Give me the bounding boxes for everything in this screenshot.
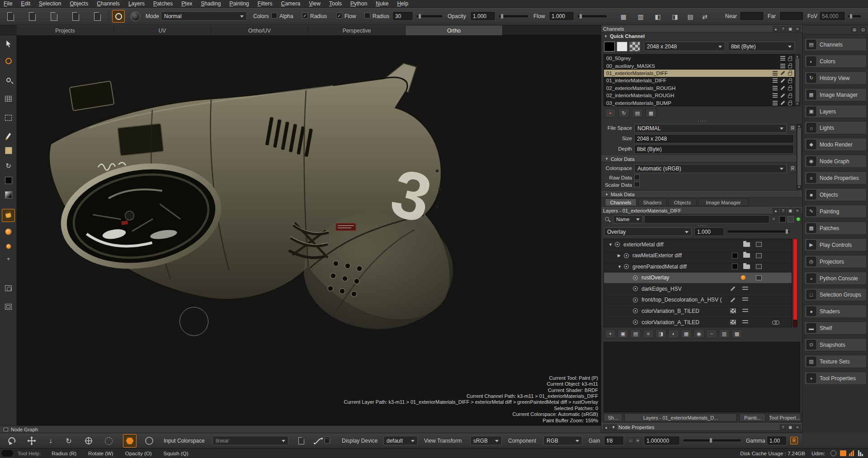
panel-tab-image-manager[interactable]: Image Manager	[698, 198, 749, 206]
tab-ortho-uv[interactable]: Ortho/UV	[211, 25, 308, 35]
scroll-up-icon[interactable]: ▲	[796, 55, 799, 58]
sidebar-item-objects[interactable]: ■Objects	[804, 188, 867, 201]
blend-amount-field[interactable]: 1.000	[694, 227, 724, 236]
menu-filters[interactable]: Filters	[258, 0, 273, 7]
sidebar-item-selection-groups[interactable]: □Selection Groups	[804, 288, 867, 301]
shadow-toggle-icon[interactable]	[144, 436, 155, 446]
detach-icon[interactable]: ▣	[787, 26, 793, 32]
close-icon[interactable]: ×	[794, 26, 801, 32]
near-field[interactable]	[740, 11, 764, 21]
add-graph-layer-icon[interactable]: ◉	[693, 329, 704, 338]
add-adjustment-icon[interactable]: ◐	[668, 329, 679, 338]
gain-field[interactable]: f/8	[604, 436, 624, 445]
thumbnail-view-icon[interactable]: ▩	[731, 329, 742, 338]
panel-splitter[interactable]	[601, 224, 802, 227]
gradient-swatch[interactable]	[3, 189, 14, 200]
close-icon[interactable]: ×	[794, 425, 801, 430]
sidebar-item-image-manager[interactable]: ▦Image Manager	[804, 88, 867, 101]
visibility-eye-icon[interactable]	[633, 286, 638, 291]
visibility-eye-icon[interactable]	[624, 264, 629, 269]
sidebar-item-channels[interactable]: ▤Channels	[804, 38, 867, 51]
menu-ptex[interactable]: Ptex	[181, 0, 192, 7]
mirror-v-icon[interactable]: ◨	[669, 11, 681, 22]
sidebar-item-lights[interactable]: ☼Lights	[804, 121, 867, 134]
colorspace-dropdown[interactable]: Automatic (sRGB)	[634, 164, 787, 173]
gain-multiplier-field[interactable]: 1.000000	[644, 436, 680, 445]
layer-row[interactable]: colorVariation_A_TILED	[604, 317, 792, 328]
fov-field[interactable]: 54.000	[819, 11, 845, 21]
colorspace-reset-button[interactable]: R	[789, 165, 797, 172]
help-icon[interactable]: ?	[780, 425, 786, 430]
sidebar-item-snapshots[interactable]: ⊙Snapshots	[804, 338, 867, 351]
gain-minus-button[interactable]: -	[627, 437, 634, 444]
bottom-tab-layers[interactable]: Layers - 01_exteriorMaterials_D...	[624, 413, 737, 422]
visibility-eye-icon[interactable]	[633, 308, 638, 313]
display-reset-button[interactable]: R	[790, 437, 798, 444]
opacity-slider[interactable]	[499, 15, 528, 17]
lock-icon[interactable]	[788, 58, 792, 61]
sidebar-item-texture-sets[interactable]: ▨Texture Sets	[804, 355, 867, 368]
sidebar-item-modo-render[interactable]: ◆Modo Render	[804, 138, 867, 151]
layer-row[interactable]: darkEdges_HSV	[604, 283, 792, 295]
lock-icon[interactable]	[788, 80, 792, 83]
screen-projection-icon[interactable]: ▥	[635, 11, 646, 22]
radius-pressure-checkbox[interactable]	[302, 13, 308, 19]
help-icon[interactable]: ?	[780, 26, 786, 32]
sidebar-item-shaders[interactable]: ●Shaders	[804, 305, 867, 318]
gizmo-icon[interactable]	[83, 436, 94, 446]
move-view-icon[interactable]	[26, 436, 37, 446]
channel-row-selected[interactable]: 01_exteriorMaterials_DIFF	[604, 70, 800, 77]
menu-selection[interactable]: Selection	[39, 0, 61, 7]
new-project-icon[interactable]	[5, 11, 16, 22]
visibility-eye-icon[interactable]	[624, 253, 629, 258]
channel-row[interactable]: 02_interiorMaterials_ROUGH	[604, 92, 800, 99]
undo-view-icon[interactable]	[6, 436, 17, 446]
open-project-icon[interactable]	[26, 11, 38, 22]
lock-icon[interactable]	[788, 65, 792, 68]
grid-layout-icon[interactable]: ⊞	[851, 27, 858, 33]
menu-objects[interactable]: Objects	[70, 0, 88, 7]
tree-open-icon[interactable]: ▼	[618, 264, 624, 269]
frame-icon[interactable]	[3, 301, 14, 312]
visibility-eye-icon[interactable]	[633, 320, 638, 325]
panel-tab-channels[interactable]: Channels	[605, 198, 637, 206]
menu-channels[interactable]: Channels	[97, 0, 120, 7]
layer-filter-input[interactable]	[644, 215, 769, 223]
layer-row[interactable]: front/top_Descoloration_A_HSV (	[604, 295, 792, 306]
mirror-h-icon[interactable]: ◧	[652, 11, 664, 22]
add-group-icon[interactable]: ▣	[618, 329, 628, 338]
view-transform-dropdown[interactable]: sRGB	[470, 436, 502, 445]
visibility-eye-icon[interactable]	[633, 275, 638, 280]
layer-row[interactable]: ▼ greenPaintedMetal diff	[604, 261, 792, 273]
component-dropdown[interactable]: RGB	[543, 436, 582, 445]
visibility-eye-icon[interactable]	[633, 297, 638, 302]
tab-perspective[interactable]: Perspective	[308, 25, 406, 35]
paint-buffer-icon[interactable]	[840, 450, 846, 456]
paint-through-tool-icon[interactable]: ↻	[3, 160, 14, 171]
paint-mode-dropdown[interactable]: Normal	[161, 11, 247, 21]
sidebar-item-tool-properties[interactable]: +Tool Properties	[804, 372, 867, 385]
sidebar-item-shelf[interactable]: ▬Shelf	[804, 321, 867, 335]
file-space-reset-button[interactable]: R	[789, 124, 797, 132]
scalar-data-checkbox[interactable]	[634, 182, 640, 187]
sync-channel-icon[interactable]: ↻	[618, 109, 629, 118]
mask-swatch[interactable]	[732, 264, 738, 269]
lock-icon[interactable]	[788, 87, 792, 90]
scroll-up-icon[interactable]: ▲	[798, 125, 801, 127]
lighting-mode-icon[interactable]	[123, 434, 137, 448]
mask-data-section-header[interactable]: ▼ Mask Data	[601, 191, 802, 198]
transform-tool-icon[interactable]	[3, 55, 14, 66]
radius-link-checkbox[interactable]	[364, 13, 370, 19]
add-channel-icon[interactable]: +	[605, 109, 616, 118]
sidebar-item-patches[interactable]: ▩Patches	[804, 222, 867, 235]
gain-plus-button[interactable]: +	[635, 437, 641, 444]
menu-painting[interactable]: Painting	[229, 0, 249, 7]
panel-tab-objects[interactable]: Objects	[668, 198, 697, 206]
expand-icon[interactable]: ▼	[610, 425, 617, 430]
sidebar-item-history-view[interactable]: ↻History View	[804, 71, 867, 85]
add-mask-icon[interactable]: ◨	[656, 329, 666, 338]
menu-nuke[interactable]: Nuke	[376, 0, 388, 7]
sidebar-item-node-properties[interactable]: ≡Node Properties	[804, 171, 867, 184]
fov-slider[interactable]	[848, 15, 861, 17]
help-icon[interactable]: ?	[780, 208, 786, 213]
